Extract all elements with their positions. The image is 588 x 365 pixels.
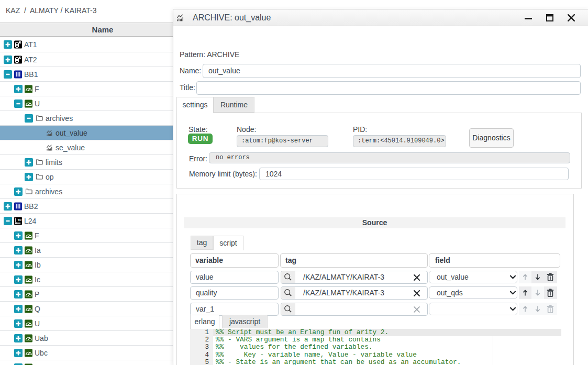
- svg-text:TR: TR: [18, 218, 21, 221]
